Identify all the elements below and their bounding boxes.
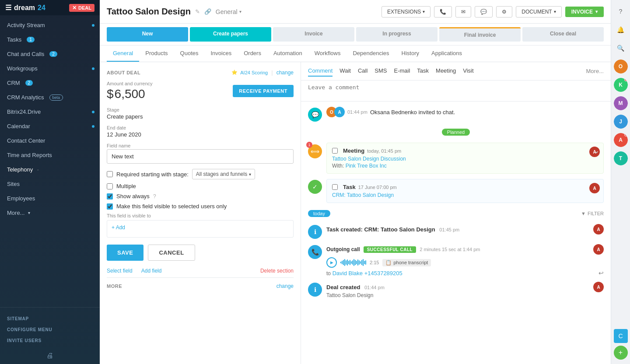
field-name-input[interactable] bbox=[107, 149, 294, 164]
meeting-company-link[interactable]: Pink Tree Box Inc bbox=[346, 163, 387, 169]
task-checkbox[interactable] bbox=[332, 184, 338, 190]
configure-menu-link[interactable]: CONFIGURE MENU bbox=[0, 324, 100, 333]
multiple-checkbox[interactable] bbox=[107, 183, 113, 189]
stage-in-progress[interactable]: In progress bbox=[356, 27, 438, 42]
chat-button[interactable]: 💬 bbox=[475, 6, 493, 18]
tab-general[interactable]: General bbox=[107, 46, 139, 62]
sidebar-item-more[interactable]: More... ▾ bbox=[0, 206, 100, 220]
stage-final-invoice[interactable]: Final invoice bbox=[439, 27, 521, 42]
tab-products[interactable]: Products bbox=[139, 46, 174, 62]
extensions-button[interactable]: EXTENSIONS ▾ bbox=[382, 6, 430, 18]
stage-field: Stage Create papers bbox=[107, 107, 294, 120]
green-action-button[interactable]: + bbox=[614, 346, 628, 360]
stage-new[interactable]: New bbox=[107, 27, 188, 42]
tab-automation[interactable]: Automation bbox=[267, 46, 308, 62]
receive-payment-button[interactable]: RECEIVE PAYMENT bbox=[233, 85, 294, 97]
crm-icon-button[interactable]: C bbox=[614, 329, 628, 343]
reply-icon[interactable]: ↩ bbox=[598, 270, 604, 276]
sidebar-item-employees[interactable]: Employees bbox=[0, 191, 100, 206]
ai-scoring-button[interactable]: ⭐ AI24 Scoring bbox=[231, 70, 268, 75]
sidebar-item-activity-stream[interactable]: Activity Stream bbox=[0, 18, 100, 32]
delete-section-link[interactable]: Delete section bbox=[260, 268, 294, 274]
tab-workflows[interactable]: Workflows bbox=[308, 46, 347, 62]
user-avatar-5[interactable]: A bbox=[614, 133, 628, 147]
user-avatar-6[interactable]: T bbox=[614, 151, 628, 165]
tab-invoices[interactable]: Invoices bbox=[204, 46, 238, 62]
chat-action-meeting[interactable]: Meeting bbox=[436, 66, 456, 77]
sidebar-item-time-reports[interactable]: Time and Reports bbox=[0, 148, 100, 162]
sidebar-item-sites[interactable]: Sites bbox=[0, 177, 100, 191]
tab-applications[interactable]: Applications bbox=[425, 46, 468, 62]
wave-bar-14 bbox=[357, 259, 358, 266]
comment-textarea[interactable] bbox=[308, 84, 604, 96]
subtitle-chevron-icon[interactable]: ▾ bbox=[239, 9, 242, 14]
notification-bell-button[interactable]: 🔔 bbox=[614, 23, 628, 37]
required-starting-checkbox[interactable] bbox=[107, 171, 113, 177]
hamburger-icon[interactable]: ☰ bbox=[5, 4, 11, 12]
chat-action-task[interactable]: Task bbox=[417, 66, 429, 77]
cancel-button[interactable]: CANCEL bbox=[148, 245, 195, 261]
settings-button[interactable]: ⚙ bbox=[496, 6, 512, 18]
invoice-button[interactable]: INVOICE ▾ bbox=[565, 7, 604, 17]
meeting-deal-link[interactable]: Tattoo Salon Design Discussion bbox=[332, 156, 598, 162]
show-always-checkbox[interactable] bbox=[107, 193, 113, 200]
document-button[interactable]: DOCUMENT ▾ bbox=[516, 6, 561, 18]
sitemap-link[interactable]: SITEMAP bbox=[0, 313, 100, 322]
sidebar-item-telephony[interactable]: Telephony - bbox=[0, 162, 100, 177]
sidebar-item-workgroups[interactable]: Workgroups bbox=[0, 61, 100, 76]
tab-quotes[interactable]: Quotes bbox=[174, 46, 205, 62]
change-link[interactable]: change bbox=[276, 70, 294, 76]
deal-badge-x[interactable]: ✕ bbox=[72, 5, 77, 11]
sidebar-item-contact-center[interactable]: Contact Center bbox=[0, 133, 100, 148]
meeting-collapse-icon[interactable]: ⌄ bbox=[593, 147, 600, 154]
save-button[interactable]: SAVE bbox=[107, 245, 144, 261]
stages-dropdown[interactable]: All stages and funnels ▾ bbox=[192, 169, 255, 179]
filter-button[interactable]: ▼ FILTER bbox=[581, 211, 604, 216]
meeting-checkbox[interactable] bbox=[332, 148, 338, 154]
chat-action-sms[interactable]: SMS bbox=[374, 66, 387, 77]
stage-close-deal[interactable]: Close deal bbox=[522, 27, 604, 42]
user-avatar-3[interactable]: M bbox=[614, 96, 628, 110]
add-field-link[interactable]: Add field bbox=[141, 268, 162, 274]
sidebar-item-crm-analytics[interactable]: CRM Analytics beta bbox=[0, 90, 100, 105]
wave-bar-4 bbox=[344, 259, 345, 266]
user-avatar-4[interactable]: J bbox=[614, 115, 628, 129]
task-link[interactable]: CRM: Tattoo Salon Design bbox=[332, 192, 598, 198]
select-field-link[interactable]: Select field bbox=[107, 268, 133, 274]
play-button[interactable]: ▶ bbox=[326, 257, 337, 268]
make-visible-checkbox[interactable] bbox=[107, 203, 113, 210]
sidebar-item-chat-calls[interactable]: Chat and Calls 2 bbox=[0, 47, 100, 61]
sidebar-item-tasks[interactable]: Tasks 1 bbox=[0, 32, 100, 47]
tab-dependencies[interactable]: Dependencies bbox=[346, 46, 395, 62]
invite-users-link[interactable]: INVITE USERS bbox=[0, 335, 100, 344]
chat-action-call[interactable]: Call bbox=[358, 66, 368, 77]
link-icon[interactable]: 🔗 bbox=[204, 8, 211, 15]
tab-orders[interactable]: Orders bbox=[238, 46, 267, 62]
tab-history[interactable]: History bbox=[396, 46, 425, 62]
deal-badge[interactable]: ✕ DEAL bbox=[69, 4, 94, 12]
phone-button[interactable]: 📞 bbox=[434, 6, 452, 18]
add-visible-button[interactable]: + Add bbox=[112, 224, 125, 231]
chat-action-visit[interactable]: Visit bbox=[463, 66, 473, 77]
chat-invite-icon: 💬 bbox=[308, 108, 322, 122]
printer-icon[interactable]: 🖨 bbox=[46, 352, 53, 360]
more-change-link[interactable]: change bbox=[276, 283, 294, 289]
chat-more-button[interactable]: More... bbox=[586, 68, 604, 74]
user-avatar-1[interactable]: O bbox=[614, 60, 628, 74]
sidebar-item-calendar[interactable]: Calendar bbox=[0, 119, 100, 133]
help-button[interactable]: ? bbox=[614, 4, 628, 18]
stage-create-papers[interactable]: Create papers bbox=[190, 27, 271, 42]
sidebar-item-crm[interactable]: CRM 2 bbox=[0, 76, 100, 90]
chat-action-comment[interactable]: Comment bbox=[308, 66, 332, 77]
edit-icon[interactable]: ✎ bbox=[195, 8, 200, 15]
call-recipient-link[interactable]: David Blake +14537289205 bbox=[332, 270, 402, 276]
stage-invoice[interactable]: Invoice bbox=[273, 27, 354, 42]
transcript-button[interactable]: 📋 phone transcript bbox=[382, 259, 431, 266]
chat-action-email[interactable]: E-mail bbox=[394, 66, 410, 77]
email-button[interactable]: ✉ bbox=[455, 6, 471, 18]
search-button[interactable]: 🔍 bbox=[614, 41, 628, 55]
show-always-help-icon[interactable]: ? bbox=[153, 193, 156, 200]
chat-action-wait[interactable]: Wait bbox=[340, 66, 351, 77]
user-avatar-2[interactable]: K bbox=[614, 78, 628, 92]
sidebar-item-bitrix24-drive[interactable]: Bitrix24.Drive bbox=[0, 105, 100, 119]
